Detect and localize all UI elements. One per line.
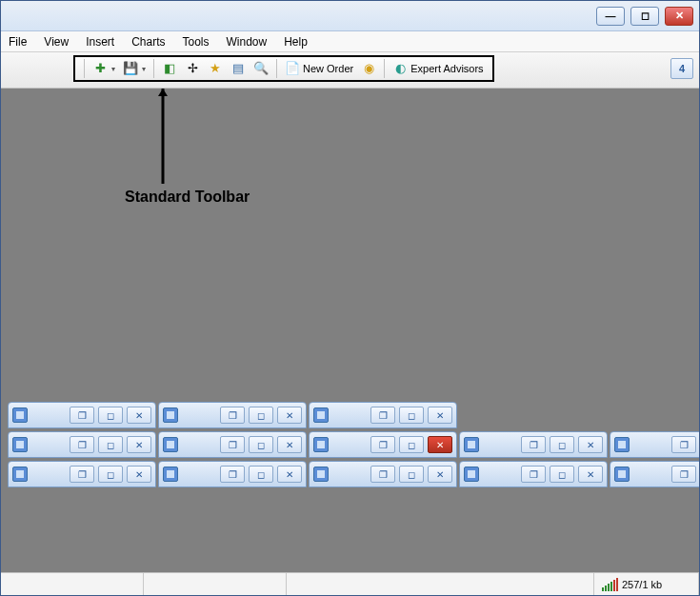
mdi-maximize-button[interactable]: ◻ (249, 436, 273, 453)
titlebar: — ◻ ✕ (1, 1, 699, 31)
mdi-row: ❐◻✕❐◻✕❐◻✕❐◻✕❐◻✕ (8, 461, 699, 487)
chart-window-icon (614, 437, 630, 452)
mdi-restore-button[interactable]: ❐ (370, 407, 395, 424)
mdi-restore-button[interactable]: ❐ (370, 436, 395, 453)
menu-file[interactable]: File (9, 35, 27, 49)
profiles-button[interactable]: 💾 ▾ (120, 58, 149, 79)
status-cell-2 (144, 573, 287, 595)
mdi-close-button[interactable]: ✕ (578, 436, 603, 453)
star-icon: ★ (208, 61, 223, 76)
mdi-restore-button[interactable]: ❐ (220, 466, 245, 483)
mdi-maximize-button[interactable]: ◻ (399, 436, 424, 453)
signal-bars-icon (602, 578, 618, 591)
mdi-child-window[interactable]: ❐◻✕ (309, 461, 457, 487)
svg-line-1 (163, 136, 191, 184)
mdi-restore-button[interactable]: ❐ (220, 407, 245, 424)
mdi-close-button[interactable]: ✕ (127, 436, 151, 453)
toolbar-grip (84, 59, 85, 78)
menu-insert[interactable]: Insert (86, 35, 114, 49)
chart-window-icon (614, 467, 630, 482)
expert-advisors-label: Expert Advisors (410, 63, 483, 74)
mdi-restore-button[interactable]: ❐ (70, 436, 94, 453)
strategy-tester-button[interactable]: 🔍 (250, 58, 271, 79)
new-order-button[interactable]: 📄 New Order (282, 58, 356, 79)
mdi-restore-button[interactable]: ❐ (70, 407, 94, 424)
mdi-restore-button[interactable]: ❐ (220, 436, 245, 453)
expert-advisors-button[interactable]: ◐ Expert Advisors (390, 58, 486, 79)
mdi-child-window[interactable]: ❐◻✕ (459, 461, 608, 487)
alert-icon: ◉ (361, 61, 376, 76)
market-watch-button[interactable]: ◧ (159, 58, 180, 79)
annotation-label: Standard Toolbar (125, 189, 250, 206)
maximize-button[interactable]: ◻ (630, 7, 659, 26)
mdi-maximize-button[interactable]: ◻ (550, 466, 574, 483)
app-window: — ◻ ✕ File View Insert Charts Tools Wind… (0, 0, 700, 596)
crosshair-icon: ✢ (185, 61, 200, 76)
new-order-label: New Order (303, 63, 353, 74)
mdi-restore-button[interactable]: ❐ (671, 436, 696, 453)
mdi-close-button[interactable]: ✕ (127, 407, 151, 424)
mdi-maximize-button[interactable]: ◻ (98, 407, 123, 424)
mdi-child-window[interactable]: ❐◻✕ (309, 402, 457, 428)
list-icon: ▤ (230, 61, 246, 76)
chart-window-icon (313, 437, 329, 452)
menu-charts[interactable]: Charts (131, 35, 165, 49)
menu-tools[interactable]: Tools (183, 35, 210, 49)
chart-window-icon (12, 437, 28, 452)
mdi-child-window[interactable]: ❐◻✕ (309, 431, 457, 458)
meta-quotes-button[interactable]: ◉ (358, 58, 379, 79)
mdi-maximize-button[interactable]: ◻ (98, 436, 123, 453)
menu-window[interactable]: Window (227, 35, 268, 49)
separator (384, 59, 385, 78)
menu-help[interactable]: Help (284, 35, 308, 49)
chevron-down-icon: ▾ (142, 65, 146, 73)
chart-window-icon (163, 437, 178, 452)
mdi-child-window[interactable]: ❐◻✕ (158, 431, 307, 458)
terminal-button[interactable]: ▤ (228, 58, 249, 79)
mdi-child-window[interactable]: ❐◻✕ (610, 461, 699, 487)
mdi-child-window[interactable]: ❐◻✕ (158, 461, 307, 487)
mdi-close-button[interactable]: ✕ (428, 436, 452, 453)
mdi-maximize-button[interactable]: ◻ (399, 407, 424, 424)
tab-count-badge[interactable]: 4 (670, 58, 693, 79)
mdi-maximize-button[interactable]: ◻ (550, 436, 574, 453)
mdi-restore-button[interactable]: ❐ (521, 436, 546, 453)
mdi-child-window[interactable]: ❐◻✕ (8, 431, 156, 458)
mdi-close-button[interactable]: ✕ (277, 407, 302, 424)
mdi-child-window[interactable]: ❐◻✕ (158, 402, 307, 428)
standard-toolbar: ✚ ▾ 💾 ▾ ◧ ✢ ★ ▤ 🔍 📄 New Order ◉ ◐ Expert… (73, 55, 494, 82)
mdi-close-button[interactable]: ✕ (127, 466, 151, 483)
mdi-restore-button[interactable]: ❐ (521, 466, 546, 483)
mdi-restore-button[interactable]: ❐ (671, 466, 696, 483)
menu-view[interactable]: View (44, 35, 69, 49)
svg-marker-2 (158, 89, 168, 96)
mdi-close-button[interactable]: ✕ (578, 466, 603, 483)
mdi-maximize-button[interactable]: ◻ (249, 407, 273, 424)
mdi-close-button[interactable]: ✕ (428, 466, 452, 483)
minimize-button[interactable]: — (596, 7, 625, 26)
mdi-close-button[interactable]: ✕ (277, 436, 302, 453)
new-chart-button[interactable]: ✚ ▾ (90, 58, 118, 79)
mdi-child-window[interactable]: ❐◻✕ (459, 431, 608, 458)
mdi-row: ❐◻✕❐◻✕❐◻✕❐◻✕❐◻✕ (8, 431, 699, 458)
mdi-maximize-button[interactable]: ◻ (98, 466, 123, 483)
chart-window-icon (313, 407, 329, 423)
mdi-maximize-button[interactable]: ◻ (249, 466, 273, 483)
mdi-child-window[interactable]: ❐◻✕ (8, 461, 156, 487)
status-connection[interactable]: 257/1 kb (594, 573, 699, 595)
mdi-close-button[interactable]: ✕ (428, 407, 452, 424)
mdi-child-window[interactable]: ❐◻✕ (610, 431, 699, 458)
mdi-restore-button[interactable]: ❐ (70, 466, 94, 483)
toolbar-row: ✚ ▾ 💾 ▾ ◧ ✢ ★ ▤ 🔍 📄 New Order ◉ ◐ Expert… (1, 52, 699, 89)
close-button[interactable]: ✕ (665, 7, 693, 26)
separator (276, 59, 277, 78)
chart-window-icon (12, 407, 28, 423)
mdi-close-button[interactable]: ✕ (277, 466, 302, 483)
mdi-restore-button[interactable]: ❐ (370, 466, 395, 483)
mdi-child-window[interactable]: ❐◻✕ (8, 402, 156, 428)
navigator-button[interactable]: ✢ (182, 58, 203, 79)
status-cell-1 (1, 573, 144, 595)
mdi-workspace: Standard Toolbar ❐◻✕❐◻✕❐◻✕❐◻✕❐◻✕❐◻✕❐◻✕❐◻… (1, 89, 699, 572)
data-window-button[interactable]: ★ (205, 58, 226, 79)
mdi-maximize-button[interactable]: ◻ (399, 466, 424, 483)
